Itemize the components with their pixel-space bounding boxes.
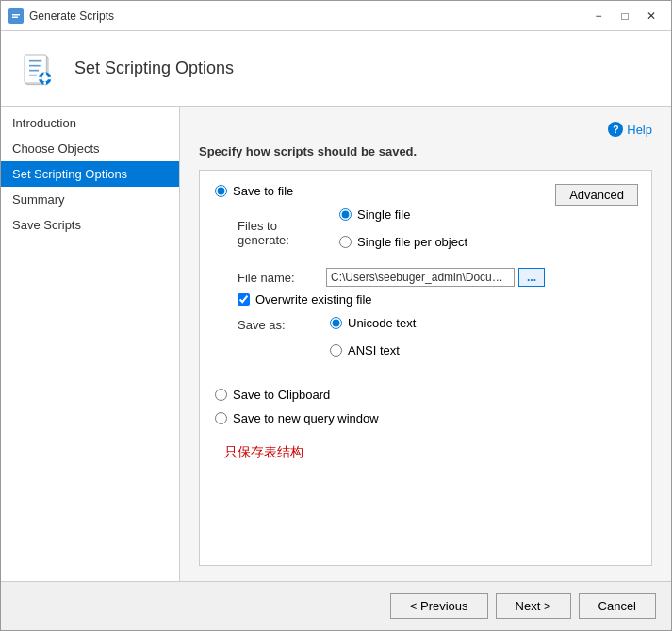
files-to-generate-label: Files to generate: xyxy=(238,219,332,247)
save-to-query-window-radio-group: Save to new query window xyxy=(215,411,636,425)
files-options: Single file Single file per object xyxy=(339,208,467,258)
single-file-per-object-radio[interactable] xyxy=(339,236,352,248)
unicode-label: Unicode text xyxy=(348,316,416,330)
chinese-annotation: 只保存表结构 xyxy=(224,444,636,461)
browse-button[interactable]: ... xyxy=(518,268,545,287)
single-file-label: Single file xyxy=(357,208,410,222)
save-to-file-radio[interactable] xyxy=(215,185,227,197)
file-name-row: File name: ... xyxy=(238,268,636,287)
help-question-icon: ? xyxy=(608,122,623,137)
unicode-radio-group: Unicode text xyxy=(330,316,416,330)
save-to-clipboard-radio-group: Save to Clipboard xyxy=(215,388,636,402)
sidebar-item-summary[interactable]: Summary xyxy=(1,187,179,212)
close-button[interactable]: ✕ xyxy=(639,7,664,25)
maximize-button[interactable]: □ xyxy=(613,7,637,25)
sidebar: Introduction Choose Objects Set Scriptin… xyxy=(1,107,180,581)
previous-button[interactable]: < Previous xyxy=(390,593,488,619)
svg-point-10 xyxy=(41,75,48,81)
save-to-query-window-label: Save to new query window xyxy=(233,411,379,425)
ansi-label: ANSI text xyxy=(348,343,400,357)
overwrite-label: Overwrite existing file xyxy=(255,292,372,307)
svg-rect-11 xyxy=(43,72,46,75)
cancel-button[interactable]: Cancel xyxy=(579,593,656,619)
sidebar-item-introduction[interactable]: Introduction xyxy=(1,110,179,136)
svg-rect-2 xyxy=(12,16,18,18)
files-to-generate-section: Files to generate: Single file Single fi… xyxy=(238,208,636,258)
single-file-radio-group: Single file xyxy=(339,208,467,222)
overwrite-checkbox-row: Overwrite existing file xyxy=(238,292,636,307)
unicode-radio[interactable] xyxy=(330,317,342,329)
window-title: Generate Scripts xyxy=(29,9,114,23)
wizard-icon xyxy=(16,46,61,91)
save-as-label: Save as: xyxy=(238,316,322,332)
help-row: ? Help xyxy=(199,122,652,137)
svg-rect-13 xyxy=(39,76,41,79)
svg-rect-12 xyxy=(43,81,46,84)
main-content-panel: ? Help Specify how scripts should be sav… xyxy=(180,107,671,581)
window-controls: − □ ✕ xyxy=(586,7,664,25)
help-label: Help xyxy=(627,123,652,137)
next-button[interactable]: Next > xyxy=(496,593,571,619)
single-file-per-object-radio-group: Single file per object xyxy=(339,235,467,249)
ansi-radio-group: ANSI text xyxy=(330,343,416,357)
title-bar-left: Generate Scripts xyxy=(8,8,114,24)
file-name-input[interactable] xyxy=(326,268,515,287)
advanced-button[interactable]: Advanced xyxy=(555,184,638,206)
help-link[interactable]: ? Help xyxy=(608,122,652,137)
save-to-clipboard-label: Save to Clipboard xyxy=(233,388,330,402)
save-to-file-label: Save to file xyxy=(233,184,293,198)
svg-rect-1 xyxy=(12,14,20,16)
main-window: Generate Scripts − □ ✕ xyxy=(0,0,672,631)
header-section: Set Scripting Options xyxy=(1,31,671,107)
svg-rect-14 xyxy=(48,76,51,79)
footer: < Previous Next > Cancel xyxy=(1,581,671,630)
ansi-radio[interactable] xyxy=(330,344,342,357)
single-file-per-object-label: Single file per object xyxy=(357,235,467,249)
files-to-generate-row: Files to generate: Single file Single fi… xyxy=(238,208,636,258)
save-to-query-window-radio[interactable] xyxy=(215,412,227,424)
single-file-radio[interactable] xyxy=(339,208,352,221)
app-icon xyxy=(8,8,24,24)
save-as-row: Save as: Unicode text ANSI text xyxy=(238,316,636,367)
sidebar-item-set-scripting-options[interactable]: Set Scripting Options xyxy=(1,161,179,187)
page-title: Set Scripting Options xyxy=(74,58,234,78)
sidebar-item-choose-objects[interactable]: Choose Objects xyxy=(1,136,179,161)
title-bar: Generate Scripts − □ ✕ xyxy=(1,1,671,31)
sidebar-item-save-scripts[interactable]: Save Scripts xyxy=(1,212,179,238)
save-to-clipboard-radio[interactable] xyxy=(215,389,227,401)
svg-rect-0 xyxy=(10,12,22,20)
content-area: Introduction Choose Objects Set Scriptin… xyxy=(1,107,671,581)
file-name-label: File name: xyxy=(238,271,322,285)
options-panel: Advanced Save to file Files to generate:… xyxy=(199,170,652,566)
instruction-text: Specify how scripts should be saved. xyxy=(199,144,652,158)
overwrite-checkbox[interactable] xyxy=(238,293,250,306)
minimize-button[interactable]: − xyxy=(586,7,611,25)
save-as-options: Unicode text ANSI text xyxy=(330,316,416,367)
